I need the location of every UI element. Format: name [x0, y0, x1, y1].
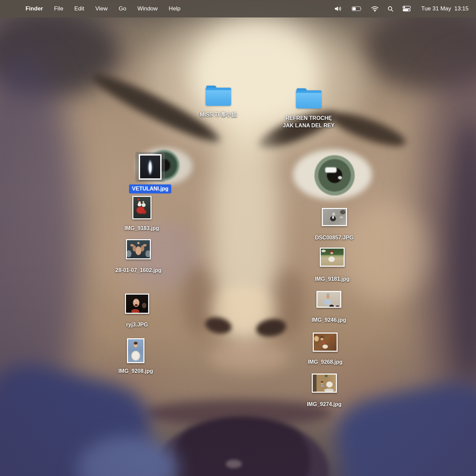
menu-bar: Finder File Edit View Go Window Help [0, 0, 476, 17]
photo-thumbnail-surprised-face [125, 294, 149, 314]
face-teeth-glint [226, 460, 242, 468]
face-shadow-right-dark [447, 118, 476, 386]
desktop-file-img9274[interactable]: IMG_9274.jpg [299, 374, 349, 408]
status-tray: Tue 31 May 13:15 [334, 5, 469, 12]
file-label: IMG_9181.jpg [315, 275, 349, 283]
menu-finder[interactable]: Finder [26, 5, 43, 12]
folder-label-line1: REFREN TROCHĘ [283, 115, 335, 122]
face-upper-lip-highlight [208, 343, 289, 373]
folder-icon [296, 88, 321, 109]
photo-thumbnail-bw-man [322, 208, 347, 226]
desktop-file-28-01-07[interactable]: 28-01-07_1602.jpg [113, 239, 164, 274]
wifi-icon[interactable] [371, 6, 379, 12]
folder-label: MISS TI 蒂小姐 [200, 111, 237, 119]
face-nose-shadow-left [183, 265, 215, 336]
menu-clock[interactable]: Tue 31 May 13:15 [421, 5, 469, 12]
desktop-file-dsc00857[interactable]: DSC00857.JPG [309, 208, 359, 242]
file-label: IMG_9208.jpg [118, 367, 153, 375]
spotlight-search-icon[interactable] [388, 6, 393, 12]
file-label: IMG_9268.jpg [308, 358, 342, 366]
face-right-eye-glint [325, 167, 337, 173]
desktop-folder-miss-ti[interactable]: MISS TI 蒂小姐 [193, 86, 244, 119]
photo-thumbnail-child-desk [312, 374, 337, 393]
photo-thumbnail-woman-outdoors [320, 248, 345, 267]
face-nostril-right [255, 317, 287, 339]
file-label: 28-01-07_1602.jpg [116, 267, 162, 274]
menu-help[interactable]: Help [169, 5, 180, 12]
desktop-file-img9181[interactable]: IMG_9181.jpg [307, 248, 357, 283]
photo-thumbnail-flexing-man [126, 239, 151, 259]
desktop-file-img9183[interactable]: IMG_9183.jpg [117, 196, 167, 232]
file-label: IMG_9183.jpg [124, 225, 159, 232]
photo-thumbnail-child-table [313, 333, 338, 352]
face-right-iris [314, 155, 355, 196]
folder-icon [206, 86, 231, 106]
file-label: IMG_9246.jpg [311, 316, 346, 324]
desktop-file-img9268[interactable]: IMG_9268.jpg [300, 333, 350, 366]
desktop-folder-refren[interactable]: REFREN TROCHĘ JAK LANA DEL REY [280, 88, 337, 130]
clothing-right-shoulder [329, 374, 476, 476]
file-label-selected: VETULANI.jpg [129, 184, 171, 193]
menu-go[interactable]: Go [119, 5, 126, 12]
wallpaper-vignette [0, 0, 476, 476]
selection-highlight [135, 152, 165, 182]
face-nose-bridge-glow [212, 111, 279, 346]
app-menus: Finder File Edit View Go Window Help [26, 5, 180, 12]
photo-thumbnail-gray-haired-man [316, 291, 341, 308]
face-nostril-left [204, 315, 233, 336]
face-right-eye-white [293, 149, 372, 200]
face-hair-left [0, 10, 121, 97]
menu-file[interactable]: File [54, 5, 63, 12]
folder-label: REFREN TROCHĘ JAK LANA DEL REY [283, 115, 335, 130]
face-forehead-glow-outer [144, 10, 363, 155]
face-nose-tip [208, 286, 279, 333]
webcam-noise-overlay [0, 0, 476, 476]
volume-icon[interactable] [334, 6, 343, 12]
menu-edit[interactable]: Edit [74, 5, 84, 12]
clothing-highlight [77, 437, 178, 476]
face-right-eye-glint-small [338, 176, 342, 179]
photo-thumbnail-school-boy [127, 338, 144, 363]
file-label: DSC00857.JPG [315, 234, 354, 242]
face-open-mouth [155, 417, 329, 476]
file-label: IMG_9274.jpg [307, 401, 341, 408]
photo-thumbnail-glowing-figure [139, 154, 162, 180]
face-shadow-right-edge [413, 60, 476, 413]
face-eyebrow-right-outer [327, 106, 409, 153]
desktop-file-vetulani[interactable]: VETULANI.jpg [125, 152, 175, 193]
menu-window[interactable]: Window [137, 5, 158, 12]
face-shadow-left-edge [0, 54, 81, 440]
folder-label-line2: JAK LANA DEL REY [283, 122, 335, 129]
desktop-file-img9246[interactable]: IMG_9246.jpg [304, 291, 354, 324]
face-nose-shadow-right [272, 269, 306, 338]
desktop-file-ryj3[interactable]: ryj3.JPG [112, 294, 162, 329]
desktop-file-img9208[interactable]: IMG_9208.jpg [111, 338, 161, 375]
file-label: ryj3.JPG [126, 321, 148, 329]
photo-thumbnail-santa [132, 196, 152, 219]
control-center-icon[interactable] [402, 6, 411, 12]
macos-desktop: Finder File Edit View Go Window Help [0, 0, 476, 476]
desktop-wallpaper [0, 0, 476, 476]
battery-icon[interactable] [352, 6, 362, 11]
menu-view[interactable]: View [95, 5, 108, 12]
face-hair-right [363, 7, 476, 91]
